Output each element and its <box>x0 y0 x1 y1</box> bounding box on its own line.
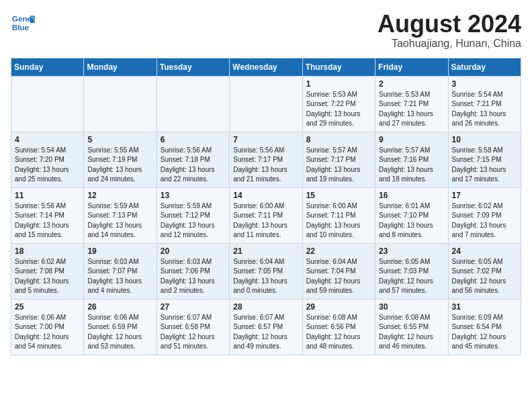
calendar-cell: 15Sunrise: 6:00 AM Sunset: 7:11 PM Dayli… <box>302 187 375 243</box>
day-number: 13 <box>161 191 226 200</box>
calendar-table: SundayMondayTuesdayWednesdayThursdayFrid… <box>11 58 521 355</box>
day-info: Sunrise: 6:03 AM Sunset: 7:06 PM Dayligh… <box>161 257 226 296</box>
calendar-cell: 22Sunrise: 6:04 AM Sunset: 7:04 PM Dayli… <box>302 243 375 299</box>
svg-text:Blue: Blue <box>12 23 30 32</box>
day-info: Sunrise: 5:56 AM Sunset: 7:17 PM Dayligh… <box>233 146 298 185</box>
calendar-header: SundayMondayTuesdayWednesdayThursdayFrid… <box>11 58 521 76</box>
calendar-cell: 6Sunrise: 5:56 AM Sunset: 7:18 PM Daylig… <box>157 132 229 187</box>
calendar-cell <box>230 76 302 132</box>
day-number: 8 <box>306 135 371 144</box>
weekday-header-row: SundayMondayTuesdayWednesdayThursdayFrid… <box>11 58 521 76</box>
calendar-cell: 23Sunrise: 6:05 AM Sunset: 7:03 PM Dayli… <box>375 243 448 299</box>
day-number: 2 <box>379 79 444 89</box>
calendar-week-1: 1Sunrise: 5:53 AM Sunset: 7:22 PM Daylig… <box>11 76 521 132</box>
day-number: 16 <box>379 191 444 200</box>
weekday-header-tuesday: Tuesday <box>157 58 229 76</box>
day-info: Sunrise: 6:02 AM Sunset: 7:08 PM Dayligh… <box>15 257 80 296</box>
day-number: 21 <box>233 246 298 256</box>
logo-icon: General Blue <box>11 11 35 35</box>
logo: General Blue <box>11 11 35 35</box>
day-info: Sunrise: 6:05 AM Sunset: 7:02 PM Dayligh… <box>452 257 517 296</box>
calendar-body: 1Sunrise: 5:53 AM Sunset: 7:22 PM Daylig… <box>11 76 521 355</box>
day-info: Sunrise: 6:06 AM Sunset: 7:00 PM Dayligh… <box>15 313 80 352</box>
calendar-cell: 10Sunrise: 5:58 AM Sunset: 7:15 PM Dayli… <box>448 132 521 187</box>
weekday-header-saturday: Saturday <box>448 58 521 76</box>
calendar-cell: 24Sunrise: 6:05 AM Sunset: 7:02 PM Dayli… <box>448 243 521 299</box>
calendar-cell: 5Sunrise: 5:55 AM Sunset: 7:19 PM Daylig… <box>84 132 157 187</box>
calendar-cell <box>157 76 229 132</box>
calendar-cell: 12Sunrise: 5:59 AM Sunset: 7:13 PM Dayli… <box>84 187 157 243</box>
calendar-cell: 7Sunrise: 5:56 AM Sunset: 7:17 PM Daylig… <box>230 132 302 187</box>
day-number: 25 <box>15 302 80 312</box>
calendar-cell: 26Sunrise: 6:06 AM Sunset: 6:59 PM Dayli… <box>84 299 157 355</box>
day-number: 11 <box>15 191 80 200</box>
day-info: Sunrise: 6:02 AM Sunset: 7:09 PM Dayligh… <box>452 201 517 240</box>
day-number: 28 <box>233 302 298 312</box>
calendar-cell: 17Sunrise: 6:02 AM Sunset: 7:09 PM Dayli… <box>448 187 521 243</box>
day-number: 1 <box>306 79 371 89</box>
calendar-cell: 1Sunrise: 5:53 AM Sunset: 7:22 PM Daylig… <box>302 76 375 132</box>
day-number: 6 <box>161 135 226 144</box>
day-number: 17 <box>452 191 517 200</box>
calendar-cell: 30Sunrise: 6:08 AM Sunset: 6:55 PM Dayli… <box>375 299 448 355</box>
day-info: Sunrise: 6:09 AM Sunset: 6:54 PM Dayligh… <box>452 313 517 352</box>
day-info: Sunrise: 6:03 AM Sunset: 7:07 PM Dayligh… <box>87 257 152 296</box>
day-number: 31 <box>452 302 517 312</box>
day-info: Sunrise: 6:08 AM Sunset: 6:56 PM Dayligh… <box>306 313 371 352</box>
calendar-cell <box>11 76 84 132</box>
day-info: Sunrise: 5:57 AM Sunset: 7:16 PM Dayligh… <box>379 146 444 185</box>
day-number: 14 <box>233 191 298 200</box>
day-number: 29 <box>306 302 371 312</box>
day-number: 5 <box>87 135 152 144</box>
weekday-header-friday: Friday <box>375 58 448 76</box>
day-number: 3 <box>452 79 517 89</box>
day-number: 24 <box>452 246 517 256</box>
weekday-header-sunday: Sunday <box>11 58 84 76</box>
main-title: August 2024 <box>378 11 521 38</box>
day-info: Sunrise: 6:06 AM Sunset: 6:59 PM Dayligh… <box>87 313 152 352</box>
day-number: 30 <box>379 302 444 312</box>
calendar-cell: 4Sunrise: 5:54 AM Sunset: 7:20 PM Daylig… <box>11 132 84 187</box>
calendar-cell <box>84 76 157 132</box>
day-number: 4 <box>15 135 80 144</box>
day-number: 22 <box>306 246 371 256</box>
day-info: Sunrise: 5:55 AM Sunset: 7:19 PM Dayligh… <box>87 146 152 185</box>
calendar-cell: 13Sunrise: 5:59 AM Sunset: 7:12 PM Dayli… <box>157 187 229 243</box>
calendar-cell: 31Sunrise: 6:09 AM Sunset: 6:54 PM Dayli… <box>448 299 521 355</box>
day-info: Sunrise: 5:59 AM Sunset: 7:12 PM Dayligh… <box>161 201 226 240</box>
day-info: Sunrise: 6:00 AM Sunset: 7:11 PM Dayligh… <box>233 201 298 240</box>
calendar-week-3: 11Sunrise: 5:58 AM Sunset: 7:14 PM Dayli… <box>11 187 521 243</box>
calendar-cell: 9Sunrise: 5:57 AM Sunset: 7:16 PM Daylig… <box>375 132 448 187</box>
calendar-cell: 27Sunrise: 6:07 AM Sunset: 6:58 PM Dayli… <box>157 299 229 355</box>
calendar-cell: 16Sunrise: 6:01 AM Sunset: 7:10 PM Dayli… <box>375 187 448 243</box>
day-info: Sunrise: 5:53 AM Sunset: 7:22 PM Dayligh… <box>306 90 371 129</box>
weekday-header-monday: Monday <box>84 58 157 76</box>
subtitle: Taohuajiang, Hunan, China <box>378 38 521 50</box>
day-info: Sunrise: 5:56 AM Sunset: 7:18 PM Dayligh… <box>161 146 226 185</box>
day-number: 26 <box>87 302 152 312</box>
calendar-cell: 19Sunrise: 6:03 AM Sunset: 7:07 PM Dayli… <box>84 243 157 299</box>
day-number: 10 <box>452 135 517 144</box>
day-info: Sunrise: 5:54 AM Sunset: 7:21 PM Dayligh… <box>452 90 517 129</box>
calendar-cell: 18Sunrise: 6:02 AM Sunset: 7:08 PM Dayli… <box>11 243 84 299</box>
day-info: Sunrise: 5:59 AM Sunset: 7:13 PM Dayligh… <box>87 201 152 240</box>
calendar-week-5: 25Sunrise: 6:06 AM Sunset: 7:00 PM Dayli… <box>11 299 521 355</box>
day-info: Sunrise: 5:58 AM Sunset: 7:14 PM Dayligh… <box>15 201 80 240</box>
day-number: 23 <box>379 246 444 256</box>
day-info: Sunrise: 5:58 AM Sunset: 7:15 PM Dayligh… <box>452 146 517 185</box>
day-number: 9 <box>379 135 444 144</box>
day-info: Sunrise: 6:07 AM Sunset: 6:58 PM Dayligh… <box>161 313 226 352</box>
day-number: 12 <box>87 191 152 200</box>
day-info: Sunrise: 6:07 AM Sunset: 6:57 PM Dayligh… <box>233 313 298 352</box>
day-info: Sunrise: 5:54 AM Sunset: 7:20 PM Dayligh… <box>15 146 80 185</box>
day-info: Sunrise: 6:05 AM Sunset: 7:03 PM Dayligh… <box>379 257 444 296</box>
calendar-cell: 28Sunrise: 6:07 AM Sunset: 6:57 PM Dayli… <box>230 299 302 355</box>
day-number: 7 <box>233 135 298 144</box>
day-info: Sunrise: 6:00 AM Sunset: 7:11 PM Dayligh… <box>306 201 371 240</box>
calendar-cell: 20Sunrise: 6:03 AM Sunset: 7:06 PM Dayli… <box>157 243 229 299</box>
day-info: Sunrise: 5:57 AM Sunset: 7:17 PM Dayligh… <box>306 146 371 185</box>
day-number: 19 <box>87 246 152 256</box>
calendar-week-4: 18Sunrise: 6:02 AM Sunset: 7:08 PM Dayli… <box>11 243 521 299</box>
day-info: Sunrise: 5:53 AM Sunset: 7:21 PM Dayligh… <box>379 90 444 129</box>
day-number: 20 <box>161 246 226 256</box>
